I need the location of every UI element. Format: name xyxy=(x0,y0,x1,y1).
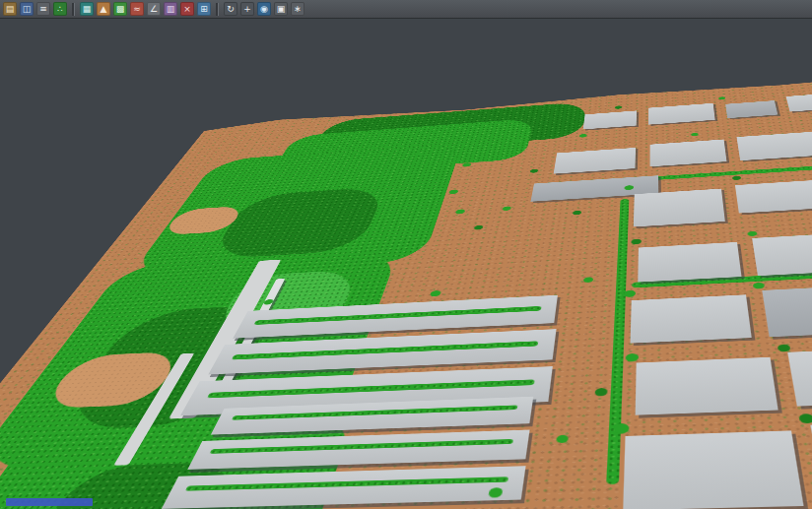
building-roof xyxy=(638,242,741,283)
tree-point xyxy=(462,162,472,167)
tree-point xyxy=(579,134,587,138)
tree-point xyxy=(614,423,630,434)
tree-point xyxy=(615,105,623,109)
toolbar-separator xyxy=(72,3,75,16)
tree-point xyxy=(798,414,812,423)
building-roof xyxy=(623,430,803,509)
tree-point xyxy=(573,211,581,216)
tree-point xyxy=(624,290,636,298)
snapshot-icon[interactable]: ▣ xyxy=(274,2,288,16)
building-roof xyxy=(735,180,812,214)
building-roof xyxy=(650,140,727,167)
tree-point xyxy=(448,189,458,194)
layers-icon[interactable]: ≡ xyxy=(36,2,50,16)
pan-view-icon[interactable]: + xyxy=(240,2,254,16)
building-roof-dark xyxy=(725,100,778,118)
measure-icon[interactable]: ∠ xyxy=(147,2,161,16)
tree-point xyxy=(747,231,757,237)
crop-icon[interactable]: ▥ xyxy=(164,2,177,16)
color-ramp-icon[interactable]: ≈ xyxy=(130,2,144,16)
terrain-icon[interactable]: ▲ xyxy=(97,2,110,16)
application-window: ▤◫≡∴▦▲▩≈∠▥×⊞↻+◉▣∗ xyxy=(0,0,812,509)
delete-selection-icon[interactable]: × xyxy=(180,2,194,16)
3d-render-viewport[interactable] xyxy=(0,19,812,509)
tree-point xyxy=(691,133,699,137)
toolbar-separator xyxy=(216,3,219,16)
classification-icon[interactable]: ▩ xyxy=(113,2,127,16)
open-project-icon[interactable]: ▤ xyxy=(3,2,17,16)
tree-point xyxy=(718,96,725,99)
point-cloud-icon[interactable]: ∴ xyxy=(53,2,67,16)
building-roof xyxy=(648,103,714,125)
tree-point xyxy=(474,225,484,230)
mesh-icon[interactable]: ▦ xyxy=(80,2,94,16)
building-roof xyxy=(786,92,812,111)
building-roof xyxy=(631,294,752,343)
building-roof xyxy=(752,233,812,277)
zoom-fit-icon[interactable]: ⊞ xyxy=(197,2,211,16)
tree-point xyxy=(732,176,741,181)
tree-point xyxy=(778,344,791,351)
tree-point xyxy=(430,290,441,297)
tree-point xyxy=(556,435,569,444)
tree-point xyxy=(626,353,639,362)
building-roof xyxy=(583,110,637,129)
building-roof xyxy=(636,357,778,415)
building-roof xyxy=(634,189,725,227)
building-roof-dark xyxy=(762,286,812,338)
point-cloud-terrain xyxy=(0,66,812,509)
tree-point xyxy=(455,209,466,214)
tree-point xyxy=(530,168,539,172)
settings-icon[interactable]: ∗ xyxy=(291,2,304,16)
tree-point xyxy=(502,206,511,211)
tree-point xyxy=(753,283,765,289)
save-icon[interactable]: ◫ xyxy=(20,2,34,16)
tree-point xyxy=(583,277,593,283)
tree-point xyxy=(631,238,641,244)
building-roof xyxy=(736,131,812,160)
rotate-view-icon[interactable]: ↻ xyxy=(224,2,237,16)
building-roof xyxy=(554,148,636,174)
tree-point xyxy=(595,388,608,397)
globe-icon[interactable]: ◉ xyxy=(257,2,271,16)
scale-bar xyxy=(6,498,93,506)
building-roof xyxy=(787,348,812,407)
main-toolbar: ▤◫≡∴▦▲▩≈∠▥×⊞↻+◉▣∗ xyxy=(0,0,812,19)
